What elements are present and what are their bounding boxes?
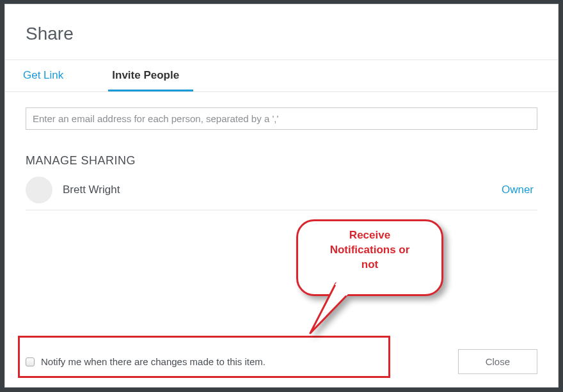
manage-sharing-heading: MANAGE SHARING — [26, 154, 537, 168]
tab-invite-people[interactable]: Invite People — [108, 60, 193, 91]
member-role[interactable]: Owner — [502, 184, 537, 196]
share-modal: Share Get Link Invite People MANAGE SHAR… — [4, 4, 559, 388]
notify-label: Notify me when there are changes made to… — [41, 356, 266, 367]
email-address-input[interactable] — [26, 107, 537, 130]
member-name: Brett Wright — [63, 184, 502, 196]
avatar — [26, 176, 52, 203]
modal-header: Share — [5, 4, 558, 59]
annotation-callout: Receive Notifications or not — [296, 219, 457, 334]
close-button[interactable]: Close — [458, 349, 537, 374]
modal-content: MANAGE SHARING Brett Wright Owner — [5, 92, 558, 210]
member-row: Brett Wright Owner — [26, 171, 537, 210]
callout-tail-icon — [308, 281, 351, 336]
modal-footer: Notify me when there are changes made to… — [26, 349, 537, 374]
notify-wrap: Notify me when there are changes made to… — [26, 356, 266, 367]
notify-checkbox[interactable] — [26, 357, 35, 366]
tab-bar: Get Link Invite People — [5, 59, 558, 92]
modal-title: Share — [26, 24, 537, 44]
tab-get-link[interactable]: Get Link — [19, 60, 77, 91]
annotation-callout-text: Receive Notifications or not — [296, 228, 443, 272]
